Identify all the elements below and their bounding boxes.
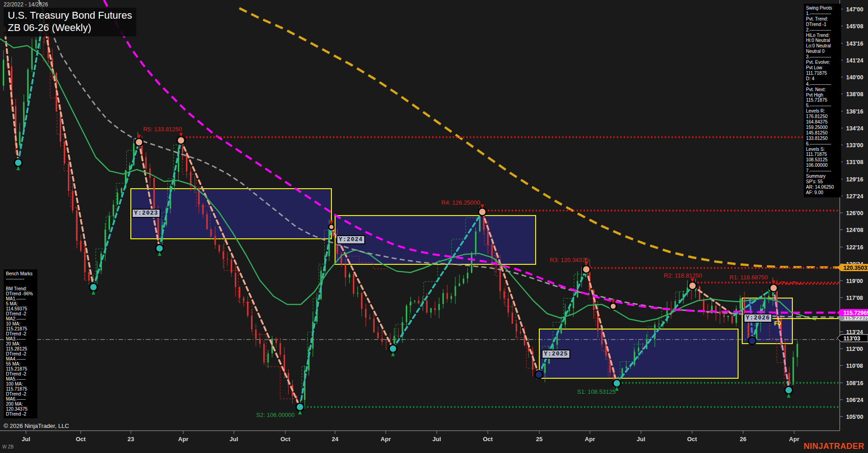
candle-body	[544, 364, 546, 373]
candle-body	[512, 313, 513, 324]
candle-body	[398, 336, 399, 336]
candle-body	[487, 230, 489, 245]
panel-line: 55 MA:	[6, 361, 35, 366]
candle-body	[68, 164, 69, 191]
time-axis-label: Jul	[637, 436, 646, 443]
candle-body	[247, 302, 248, 316]
pivot-marker-low	[613, 380, 621, 387]
panel-line: 1.--------------	[806, 11, 839, 16]
moving-average-55-ma	[39, 0, 839, 317]
panel-line: 115.28125	[6, 346, 35, 351]
candle-body	[27, 69, 29, 102]
candle-body	[207, 214, 208, 229]
candle-body	[406, 305, 407, 322]
price-axis-label: 110'08	[846, 363, 863, 369]
candle-body	[153, 178, 155, 211]
candle-body	[491, 245, 493, 259]
level-label-R3: R3: 120.34375	[550, 257, 589, 263]
candle-body	[377, 332, 379, 338]
candle-body	[76, 211, 78, 241]
panel-line: 4.--------------	[806, 82, 839, 87]
level-label-R1: R1: 118.68750	[729, 274, 768, 281]
panel-line: 5 MA:	[6, 301, 35, 306]
panel-line: D: 4	[806, 76, 839, 82]
price-tag-value: 115.72969	[843, 310, 868, 316]
panel-line: DTrend -1	[806, 22, 839, 27]
pivot-marker-low	[15, 159, 22, 167]
time-axis-label: Jul	[22, 436, 31, 443]
price-chart-canvas[interactable]: 147'00145'08143'16141'24140'00138'08136'…	[0, 0, 868, 453]
candle-body	[654, 324, 656, 339]
price-axis-label: 134'24	[846, 125, 863, 132]
panel-line: 164.84375	[806, 119, 839, 125]
candle-body	[210, 229, 212, 236]
price-axis-label: 113'24	[846, 329, 863, 335]
panel-line: Pvt Low	[806, 65, 839, 71]
panel-line: DTrend -96%	[6, 291, 35, 296]
pivot-marker-high	[689, 282, 697, 290]
candle-body	[255, 329, 257, 339]
price-axis-label: 131'08	[846, 159, 863, 165]
candle-body	[671, 310, 672, 311]
pivot-marker-high	[479, 208, 486, 216]
candle-body	[516, 324, 517, 332]
bench-marks-panel: Bench Marks------------ BM Trend:DTrend …	[4, 269, 37, 418]
pivot-marker-high	[329, 224, 334, 230]
candle-body	[385, 342, 387, 342]
time-axis-label: Jul	[433, 436, 441, 443]
ninjatrader-logo: NINJATRADER	[804, 442, 864, 451]
candle-body	[218, 245, 220, 251]
candle-body	[393, 336, 395, 344]
time-axis-label: Oct	[76, 436, 86, 443]
candle-body	[31, 48, 33, 69]
panel-line: DTrend -2	[6, 331, 35, 336]
candle-body	[369, 318, 371, 319]
candle-body	[182, 148, 183, 152]
year-range-label: Y:2024	[336, 235, 365, 244]
panel-line: Pvt. Next:	[806, 87, 839, 93]
swing-zigzag-line	[181, 140, 300, 407]
panel-line: DTrend -2	[6, 371, 35, 376]
panel-line: 200 MA:	[6, 402, 35, 407]
candle-body	[121, 188, 122, 193]
panel-line: 114.59375	[6, 306, 35, 311]
panel-line: DTrend -2	[6, 391, 35, 396]
candle-body	[88, 272, 90, 280]
panel-line: 111.71875	[806, 152, 839, 157]
candle-body	[410, 302, 411, 306]
year-range-box	[335, 216, 536, 264]
time-axis-label: 24	[332, 436, 339, 443]
candle-body	[264, 344, 265, 362]
candle-body	[202, 205, 204, 214]
pivot-marker-navy	[535, 371, 543, 379]
visible-date-range: 22/2022 - 14/2026	[4, 1, 48, 8]
panel-line: 120.34375	[6, 407, 35, 412]
trailing-step-line	[43, 25, 91, 280]
panel-line: Hi:0 Neutral	[806, 38, 839, 43]
candle-body	[243, 298, 244, 301]
candle-body	[365, 309, 367, 318]
time-axis-label: 23	[128, 436, 134, 443]
panel-line: 7.--------------	[806, 168, 839, 174]
candle-body	[35, 40, 36, 48]
candle-body	[80, 241, 82, 251]
level-label-S1: S1: 108.53125	[577, 388, 616, 395]
candle-body	[719, 312, 721, 314]
candle-body	[450, 296, 452, 299]
time-axis-label: Apr	[178, 436, 188, 443]
price-axis-label: 147'00	[846, 6, 863, 13]
time-axis-label: Apr	[381, 436, 391, 443]
pivot-marker-low	[90, 283, 98, 291]
candle-body	[524, 333, 525, 345]
time-axis-label: Oct	[280, 436, 290, 443]
candle-body	[214, 236, 216, 245]
time-axis-label: Jul	[230, 436, 238, 443]
candle-body	[426, 301, 428, 313]
panel-line: 6.--------------	[806, 141, 839, 147]
panel-line: Lo:0 Neutral	[806, 43, 839, 49]
panel-line: ------------	[6, 276, 35, 281]
panel-line: MA1.------	[6, 296, 35, 301]
candle-body	[349, 274, 350, 278]
panel-line: Summary	[806, 174, 839, 179]
year-range-label: Y:2026	[744, 314, 772, 323]
